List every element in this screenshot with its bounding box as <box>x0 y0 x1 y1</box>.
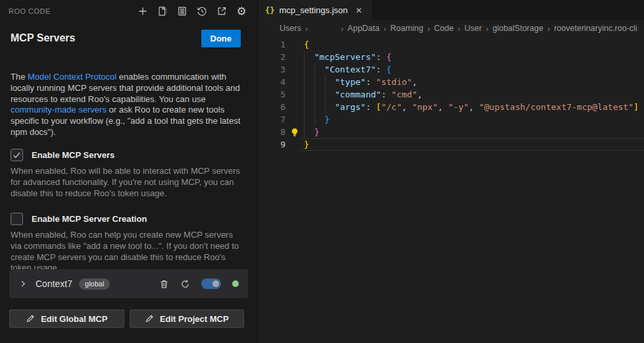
server-row-actions <box>159 278 239 289</box>
line-number: 1 <box>258 38 285 51</box>
breadcrumb-segment[interactable]: AppData <box>347 24 380 33</box>
plus-icon[interactable] <box>136 4 150 18</box>
enable-mcp-creation-label: Enable MCP Server Creation <box>32 214 147 224</box>
trash-icon[interactable] <box>159 279 169 289</box>
edit-project-mcp-button[interactable]: Edit Project MCP <box>130 309 245 328</box>
chevron-right-icon[interactable] <box>18 279 28 288</box>
line-number: 8 <box>258 126 285 138</box>
tab-mcp-settings-json[interactable]: {} mcp_settings.json ✕ <box>259 0 372 20</box>
page-title: MCP Servers <box>11 32 75 44</box>
lightbulb-icon[interactable] <box>285 126 304 138</box>
code-text: } <box>304 113 330 126</box>
pencil-icon <box>26 314 35 323</box>
tab-filename: mcp_settings.json <box>279 5 347 15</box>
intro-paragraph: The Model Context Protocol enables commu… <box>11 72 249 138</box>
enable-mcp-servers-setting: Enable MCP Servers <box>11 149 114 161</box>
breadcrumb-segment[interactable]: Users <box>280 24 301 33</box>
gutter-spacer <box>285 101 304 113</box>
toggle-knob <box>212 280 219 287</box>
edit-project-mcp-label: Edit Project MCP <box>160 314 229 324</box>
restart-icon[interactable] <box>180 279 190 289</box>
breadcrumb-segment[interactable]: Code <box>434 24 454 33</box>
enable-mcp-servers-checkbox[interactable] <box>11 149 23 161</box>
line-number: 4 <box>258 76 285 88</box>
editor-tab-bar: {} mcp_settings.json ✕ <box>258 0 644 20</box>
line-number: 5 <box>258 88 285 101</box>
breadcrumb-segment[interactable]: rooveterinaryinc.roo-cli <box>554 24 637 33</box>
code-editor[interactable]: 1{2 "mcpServers": {3 "Context7": {4 "typ… <box>258 38 644 151</box>
server-name: Context7 <box>36 278 72 289</box>
code-line[interactable]: 8 } <box>258 126 644 138</box>
breadcrumb-segment[interactable]: globalStorage <box>493 24 543 33</box>
breadcrumb-separator-icon: › <box>341 24 343 34</box>
extension-title: ROO CODE <box>9 7 51 15</box>
panel-header: ROO CODE ⚙ <box>0 0 257 22</box>
code-line[interactable]: 1{ <box>258 38 644 51</box>
json-file-icon: {} <box>265 6 274 15</box>
code-text: "type": "stdio", <box>304 76 417 88</box>
breadcrumb-separator-icon: › <box>458 24 460 34</box>
gutter-spacer <box>285 138 304 151</box>
breadcrumb-separator-icon: › <box>485 24 488 34</box>
gutter-spacer <box>285 88 304 101</box>
enable-mcp-creation-description: When enabled, Roo can help you create ne… <box>11 230 246 274</box>
code-line[interactable]: 5 "command": "cmd", <box>258 88 644 101</box>
server-status-dot <box>232 280 239 287</box>
line-number: 6 <box>258 101 285 113</box>
server-scope-badge: global <box>79 278 110 290</box>
code-text: "Context7": { <box>304 63 391 76</box>
model-context-protocol-link[interactable]: Model Context Protocol <box>28 72 116 82</box>
app-window: ROO CODE ⚙ MCP S <box>0 0 644 343</box>
code-text: } <box>304 126 319 138</box>
header-icon-row: ⚙ <box>136 4 249 18</box>
enable-mcp-servers-description: When enabled, Roo will be able to intera… <box>11 166 246 199</box>
code-text: "mcpServers": { <box>304 51 391 63</box>
server-enabled-toggle[interactable] <box>201 278 221 289</box>
gutter-spacer <box>285 51 304 63</box>
code-line[interactable]: 7 } <box>258 113 644 126</box>
code-line[interactable]: 4 "type": "stdio", <box>258 76 644 88</box>
history-icon[interactable] <box>195 4 209 18</box>
done-button[interactable]: Done <box>201 30 241 47</box>
mcp-edit-buttons: Edit Global MCP Edit Project MCP <box>9 309 244 328</box>
breadcrumb-segment[interactable]: User <box>464 24 482 33</box>
line-number: 3 <box>258 63 285 76</box>
breadcrumb-separator-icon: › <box>384 24 386 34</box>
community-made-servers-link[interactable]: community-made servers <box>11 105 107 115</box>
roo-code-sidebar-panel: ROO CODE ⚙ MCP S <box>0 0 257 343</box>
breadcrumb-separator-icon: › <box>547 24 550 34</box>
panel-titlebar: MCP Servers Done <box>0 28 257 49</box>
gutter-spacer <box>285 63 304 76</box>
gutter-spacer <box>285 113 304 126</box>
breadcrumb-segment[interactable]: Roaming <box>390 24 423 33</box>
gutter-spacer <box>285 38 304 51</box>
gutter-spacer <box>285 76 304 88</box>
mcp-server-row-context7[interactable]: Context7 global <box>9 269 248 298</box>
mcp-server-icon[interactable] <box>175 4 189 18</box>
editor-area: {} mcp_settings.json ✕ Users››AppData›Ro… <box>257 0 644 343</box>
breadcrumb-separator-icon: › <box>427 24 430 34</box>
gear-icon[interactable]: ⚙ <box>234 4 249 18</box>
line-number: 9 <box>258 138 285 151</box>
breadcrumb-separator-icon: › <box>305 24 308 34</box>
code-line[interactable]: 2 "mcpServers": { <box>258 51 644 63</box>
pencil-icon <box>145 314 154 323</box>
code-line[interactable]: 3 "Context7": { <box>258 63 644 76</box>
code-text: "command": "cmd", <box>304 88 422 101</box>
line-number: 7 <box>258 113 285 126</box>
link-external-icon[interactable] <box>214 4 229 18</box>
enable-mcp-creation-setting: Enable MCP Server Creation <box>11 213 147 225</box>
code-text: { <box>304 38 309 51</box>
enable-mcp-creation-checkbox[interactable] <box>11 213 23 225</box>
notebook-icon[interactable] <box>155 4 170 18</box>
intro-text: The <box>11 72 28 82</box>
breadcrumb: Users››AppData›Roaming›Code›User›globalS… <box>280 20 644 36</box>
edit-global-mcp-button[interactable]: Edit Global MCP <box>9 309 124 328</box>
code-line[interactable]: 6 "args": ["/c", "npx", "-y", "@upstash/… <box>258 101 644 113</box>
line-number: 2 <box>258 51 285 63</box>
code-line[interactable]: 9} <box>258 138 644 151</box>
tab-close-icon[interactable]: ✕ <box>356 6 362 15</box>
code-text: } <box>304 138 309 151</box>
code-text: "args": ["/c", "npx", "-y", "@upstash/co… <box>304 101 639 113</box>
code-lines: 1{2 "mcpServers": {3 "Context7": {4 "typ… <box>258 38 644 151</box>
